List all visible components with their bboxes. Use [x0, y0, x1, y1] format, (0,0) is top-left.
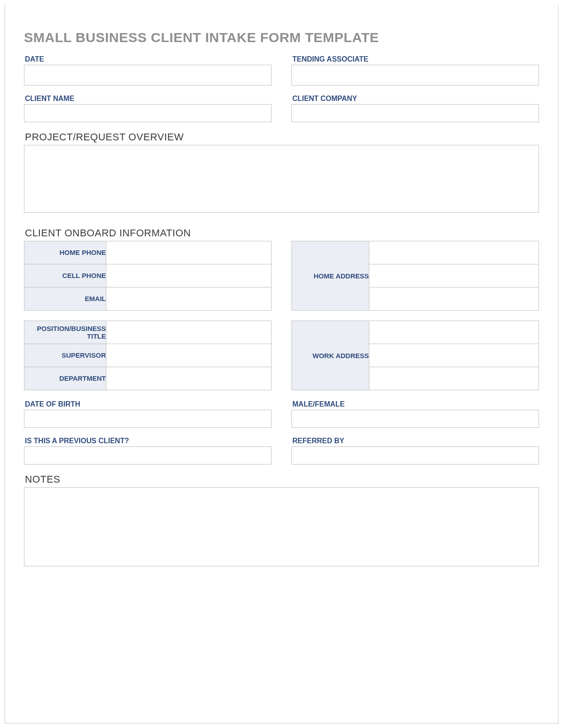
contact-left-table: HOME PHONE CELL PHONE EMAIL — [24, 241, 272, 311]
client-company-label: CLIENT COMPANY — [292, 95, 539, 103]
document-title: SMALL BUSINESS CLIENT INTAKE FORM TEMPLA… — [24, 30, 539, 45]
row-prev-referred: IS THIS A PREVIOUS CLIENT? REFERRED BY — [24, 437, 539, 465]
home-address-label: HOME ADDRESS — [292, 241, 369, 311]
onboard-contact-tables: HOME PHONE CELL PHONE EMAIL HOME ADDRESS — [24, 241, 539, 311]
row-client-name-company: CLIENT NAME CLIENT COMPANY — [24, 95, 539, 122]
previous-client-input[interactable] — [24, 446, 272, 465]
dob-label: DATE OF BIRTH — [25, 400, 272, 408]
home-address-table: HOME ADDRESS — [291, 241, 539, 311]
supervisor-input[interactable] — [106, 344, 271, 367]
intake-form-page: SMALL BUSINESS CLIENT INTAKE FORM TEMPLA… — [5, 5, 558, 723]
department-input[interactable] — [106, 367, 271, 390]
referred-by-input[interactable] — [291, 446, 539, 465]
department-label: DEPARTMENT — [24, 367, 106, 390]
home-phone-label: HOME PHONE — [24, 241, 106, 264]
notes-textarea[interactable] — [24, 487, 539, 566]
work-left-table: POSITION/BUSINESS TITLE SUPERVISOR DEPAR… — [24, 321, 272, 390]
work-address-line2-input[interactable] — [369, 344, 539, 367]
date-input[interactable] — [24, 65, 272, 86]
row-date-associate: DATE TENDING ASSOCIATE — [24, 55, 539, 86]
client-name-input[interactable] — [24, 104, 272, 122]
client-onboard-section-label: CLIENT ONBOARD INFORMATION — [25, 227, 539, 239]
notes-label: NOTES — [25, 474, 539, 485]
client-name-label: CLIENT NAME — [25, 95, 272, 103]
home-address-line1-input[interactable] — [369, 241, 539, 264]
home-address-line2-input[interactable] — [369, 264, 539, 287]
supervisor-label: SUPERVISOR — [24, 344, 106, 367]
client-company-input[interactable] — [291, 104, 539, 122]
email-input[interactable] — [106, 287, 271, 310]
cell-phone-label: CELL PHONE — [24, 264, 106, 287]
row-dob-gender: DATE OF BIRTH MALE/FEMALE — [24, 400, 539, 428]
gender-input[interactable] — [291, 410, 539, 428]
gender-label: MALE/FEMALE — [292, 400, 539, 408]
work-address-line1-input[interactable] — [369, 321, 539, 344]
previous-client-label: IS THIS A PREVIOUS CLIENT? — [25, 437, 272, 445]
position-label: POSITION/BUSINESS TITLE — [24, 321, 106, 344]
work-address-table: WORK ADDRESS — [291, 321, 539, 390]
referred-by-label: REFERRED BY — [292, 437, 539, 445]
project-overview-label: PROJECT/REQUEST OVERVIEW — [25, 131, 539, 143]
onboard-work-tables: POSITION/BUSINESS TITLE SUPERVISOR DEPAR… — [24, 321, 539, 390]
work-address-label: WORK ADDRESS — [292, 321, 369, 390]
home-address-line3-input[interactable] — [369, 287, 539, 310]
project-overview-textarea[interactable] — [24, 145, 539, 213]
tending-associate-input[interactable] — [291, 65, 539, 86]
work-address-line3-input[interactable] — [369, 367, 539, 390]
cell-phone-input[interactable] — [106, 264, 271, 287]
position-input[interactable] — [106, 321, 271, 344]
dob-input[interactable] — [24, 410, 272, 428]
date-label: DATE — [25, 55, 272, 63]
home-phone-input[interactable] — [106, 241, 271, 264]
email-label: EMAIL — [24, 287, 106, 311]
tending-associate-label: TENDING ASSOCIATE — [292, 55, 539, 63]
